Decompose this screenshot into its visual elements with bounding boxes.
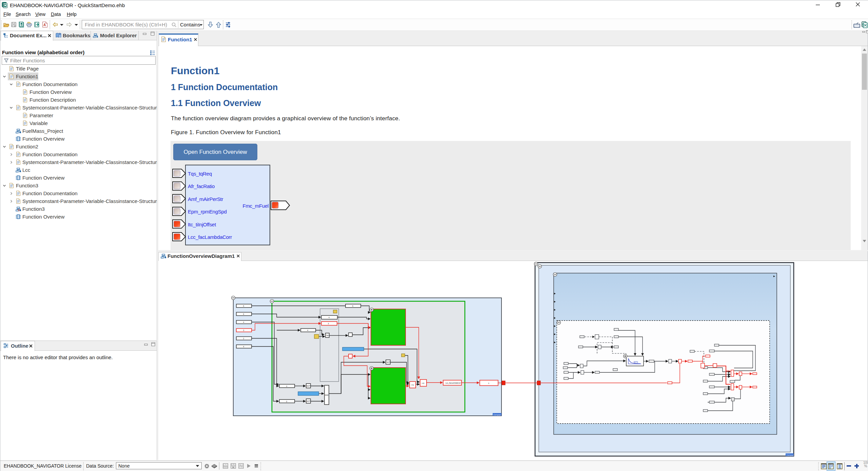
svg-text:4: 4 bbox=[243, 346, 244, 348]
svg-text:Lcc_facLambdaCorr: Lcc_facLambdaCorr bbox=[446, 382, 461, 384]
svg-text:NOT: NOT bbox=[387, 361, 390, 363]
svg-text:NOT: NOT bbox=[307, 400, 311, 402]
svg-text:NOT: NOT bbox=[307, 385, 311, 387]
svg-text:A: A bbox=[43, 23, 46, 27]
svg-text:DT1: DT1 bbox=[634, 361, 638, 363]
svg-text:AND: AND bbox=[325, 394, 329, 396]
svg-text:>=1: >=1 bbox=[411, 384, 414, 386]
svg-text:1: 1 bbox=[488, 382, 489, 384]
svg-text:4: 4 bbox=[329, 316, 330, 319]
svg-text:>=1: >=1 bbox=[421, 382, 425, 384]
svg-text:3: 3 bbox=[286, 385, 287, 387]
svg-text:3: 3 bbox=[328, 323, 329, 325]
svg-text:6: 6 bbox=[243, 313, 244, 315]
svg-text:2: 2 bbox=[243, 337, 244, 340]
svg-text:Compact: Compact bbox=[786, 454, 794, 456]
svg-text:TW: TW bbox=[326, 334, 329, 336]
svg-text:0: 0 bbox=[286, 401, 287, 403]
svg-text:6: 6 bbox=[352, 305, 353, 307]
svg-text:6: 6 bbox=[243, 305, 244, 307]
svg-text:4: 4 bbox=[243, 321, 244, 323]
svg-text:3: 3 bbox=[243, 329, 244, 331]
svg-text:Compact: Compact bbox=[493, 414, 501, 416]
svg-text:4: 4 bbox=[307, 329, 308, 331]
